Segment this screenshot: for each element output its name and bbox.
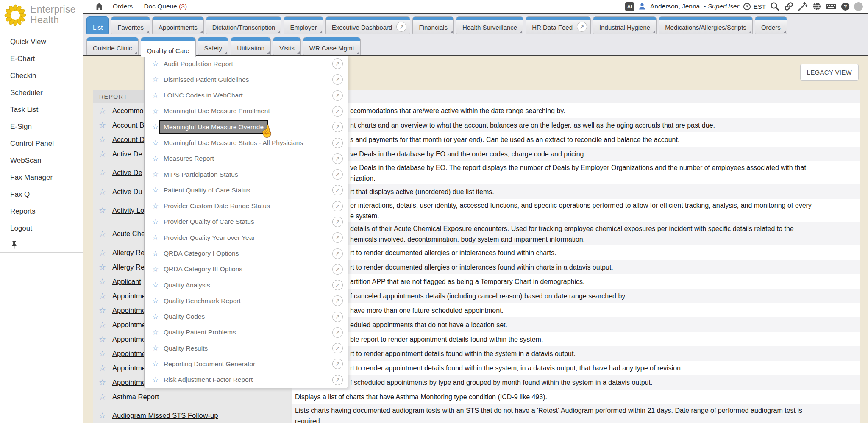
tab-appointments[interactable]: Appointments: [152, 16, 204, 34]
sidebar-item-task-list[interactable]: Task List: [0, 101, 83, 118]
favorite-star-icon[interactable]: ☆: [99, 363, 106, 373]
favorite-star-icon[interactable]: ☆: [152, 91, 161, 100]
dropdown-item-meaningful-use-measure-enrollment[interactable]: ☆ Meaningful Use Measure Enrollment ↗: [145, 103, 348, 119]
tab-orders[interactable]: Orders: [755, 16, 787, 34]
dropdown-item-meaningful-use-measure-override[interactable]: ☆ Meaningful Use Measure Override ↗: [145, 119, 348, 135]
report-link-active-de[interactable]: Active De: [112, 150, 142, 158]
open-in-new-icon[interactable]: ↗: [332, 264, 343, 275]
report-link-appointme[interactable]: Appointme: [112, 350, 146, 358]
favorite-star-icon[interactable]: ☆: [152, 296, 161, 305]
search-icon[interactable]: [770, 1, 780, 11]
favorite-star-icon[interactable]: ☆: [152, 328, 161, 337]
tab-utilization[interactable]: Utilization: [231, 37, 271, 55]
favorite-star-icon[interactable]: ☆: [152, 376, 161, 384]
favorite-star-icon[interactable]: ☆: [152, 75, 161, 84]
favorite-star-icon[interactable]: ☆: [99, 349, 106, 359]
thumbtack-icon[interactable]: [11, 241, 17, 249]
open-in-new-icon[interactable]: ↗: [332, 138, 343, 148]
favorite-star-icon[interactable]: ☆: [152, 359, 161, 368]
dropdown-item-dismissed-patient-guidelines[interactable]: ☆ Dismissed Patient Guidelines ↗: [145, 72, 348, 87]
open-in-new-icon[interactable]: ↗: [332, 201, 343, 212]
open-in-new-icon[interactable]: ↗: [332, 58, 343, 69]
dropdown-item-quality-results[interactable]: ☆ Quality Results ↗: [145, 340, 348, 356]
open-in-new-icon[interactable]: ↗: [332, 327, 343, 338]
tab-safety[interactable]: Safety: [198, 37, 229, 55]
tab-visits[interactable]: Visits: [273, 37, 301, 55]
favorite-star-icon[interactable]: ☆: [152, 265, 161, 274]
favorite-star-icon[interactable]: ☆: [99, 106, 106, 116]
dropdown-item-quality-benchmark-report[interactable]: ☆ Quality Benchmark Report ↗: [145, 293, 348, 309]
open-in-new-icon[interactable]: ↗: [332, 74, 343, 85]
dropdown-item-meaningful-use-measure-status-all-physicians[interactable]: ☆ Meaningful Use Measure Status - All Ph…: [145, 135, 348, 150]
link-icon[interactable]: [784, 1, 794, 11]
tab-favorites[interactable]: Favorites: [111, 16, 150, 34]
report-link-active-de[interactable]: Active De: [112, 169, 142, 177]
favorite-star-icon[interactable]: ☆: [99, 187, 106, 197]
report-link-account-b[interactable]: Account B: [112, 121, 144, 129]
open-in-new-icon[interactable]: ↗: [332, 122, 343, 132]
legacy-view-button[interactable]: LEGACY VIEW: [800, 64, 859, 81]
favorite-star-icon[interactable]: ☆: [99, 120, 106, 130]
favorite-star-icon[interactable]: ☆: [99, 262, 106, 272]
report-link-appointme[interactable]: Appointme: [112, 306, 146, 314]
tab-hr-data-feed[interactable]: HR Data Feed ↗: [526, 16, 591, 34]
home-icon[interactable]: [95, 3, 103, 11]
dropdown-item-provider-custom-date-range-status[interactable]: ☆ Provider Custom Date Range Status ↗: [145, 198, 348, 214]
dropdown-item-quality-patient-problems[interactable]: ☆ Quality Patient Problems ↗: [145, 325, 348, 340]
favorite-star-icon[interactable]: ☆: [152, 154, 161, 163]
open-in-new-icon[interactable]: ↗: [332, 106, 343, 117]
clock-icon[interactable]: [743, 3, 751, 11]
user-name[interactable]: Anderson, Jenna: [650, 3, 700, 10]
favorite-star-icon[interactable]: ☆: [99, 149, 106, 159]
favorite-star-icon[interactable]: ☆: [99, 306, 106, 315]
report-link-acute-che[interactable]: Acute Che: [112, 230, 145, 238]
tab-dictation-transcription[interactable]: Dictation/Transcription: [206, 16, 282, 34]
report-link-activity-lo[interactable]: Activity Lo: [112, 206, 144, 214]
tab-list[interactable]: List: [86, 16, 109, 34]
nav-orders[interactable]: Orders: [113, 3, 133, 10]
dropdown-item-provider-quality-year-over-year[interactable]: ☆ Provider Quality Year over Year ↗: [145, 230, 348, 245]
report-link-account-d[interactable]: Account D: [112, 136, 145, 144]
sidebar-item-e-chart[interactable]: E-Chart: [0, 50, 83, 67]
favorite-star-icon[interactable]: ☆: [152, 344, 161, 353]
report-link-audiogram-missed-sts-follow-up[interactable]: Audiogram Missed STS Follow-up: [112, 412, 218, 420]
report-link-asthma-report[interactable]: Asthma Report: [112, 393, 159, 401]
dropdown-item-patient-quality-of-care-status[interactable]: ☆ Patient Quality of Care Status ↗: [145, 182, 348, 198]
favorite-star-icon[interactable]: ☆: [152, 233, 161, 242]
report-link-active-du[interactable]: Active Du: [112, 188, 142, 196]
favorite-star-icon[interactable]: ☆: [152, 139, 161, 147]
favorite-star-icon[interactable]: ☆: [152, 217, 161, 226]
open-in-new-icon[interactable]: ↗: [332, 169, 343, 180]
open-in-new-icon[interactable]: ↗: [332, 217, 343, 227]
favorite-star-icon[interactable]: ☆: [152, 59, 161, 68]
report-link-appointme[interactable]: Appointme: [112, 292, 146, 300]
open-in-new-icon[interactable]: ↗: [332, 312, 343, 322]
favorite-star-icon[interactable]: ☆: [99, 291, 106, 301]
globe-icon[interactable]: [812, 1, 822, 11]
favorite-star-icon[interactable]: ☆: [152, 249, 161, 258]
dropdown-item-quality-analysis[interactable]: ☆ Quality Analysis ↗: [145, 277, 348, 293]
report-link-allergy-re[interactable]: Allergy Re: [112, 263, 145, 271]
favorite-star-icon[interactable]: ☆: [99, 334, 106, 344]
favorite-star-icon[interactable]: ☆: [99, 392, 106, 402]
favorite-star-icon[interactable]: ☆: [99, 248, 106, 258]
favorite-star-icon[interactable]: ☆: [99, 320, 106, 330]
open-in-new-icon[interactable]: ↗: [332, 232, 343, 243]
sidebar-item-webscan[interactable]: WebScan: [0, 152, 83, 169]
dropdown-item-provider-quality-of-care-status[interactable]: ☆ Provider Quality of Care Status ↗: [145, 214, 348, 230]
dropdown-item-reporting-document-generator[interactable]: ☆ Reporting Document Generator ↗: [145, 356, 348, 372]
sidebar-item-reports[interactable]: Reports: [0, 203, 83, 220]
sidebar-item-fax-manager[interactable]: Fax Manager: [0, 169, 83, 186]
favorite-star-icon[interactable]: ☆: [152, 107, 161, 116]
open-in-new-icon[interactable]: ↗: [332, 295, 343, 306]
tab-health-surveillance[interactable]: Health Surveillance: [456, 16, 523, 34]
tab-executive-dashboard[interactable]: Executive Dashboard ↗: [326, 16, 411, 34]
favorite-star-icon[interactable]: ☆: [99, 168, 106, 178]
report-link-appointme[interactable]: Appointme: [112, 335, 146, 343]
open-in-new-icon[interactable]: ↗: [332, 90, 343, 101]
favorite-star-icon[interactable]: ☆: [99, 411, 106, 420]
sidebar-item-scheduler[interactable]: Scheduler: [0, 84, 83, 101]
dropdown-item-audit-population-report[interactable]: ☆ Audit Population Report ↗: [145, 56, 348, 72]
tab-industrial-hygiene[interactable]: Industrial Hygiene: [593, 16, 657, 34]
open-in-new-icon[interactable]: ↗: [332, 153, 343, 164]
